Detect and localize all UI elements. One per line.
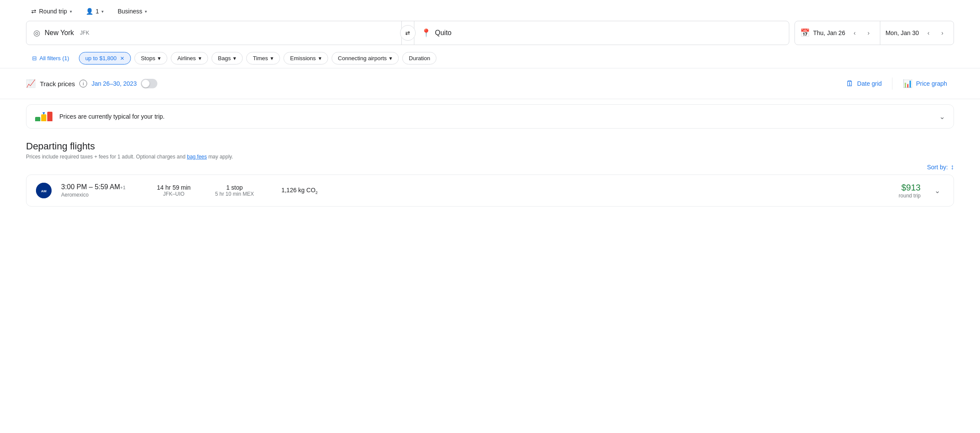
cabin-button[interactable]: Business ▾ — [112, 5, 152, 17]
price-bars: ▼ — [35, 112, 52, 121]
bag-fees-link[interactable]: bag fees — [187, 154, 207, 160]
stops-chevron-icon: ▾ — [158, 55, 161, 61]
origin-field[interactable]: ◎ New York JFK — [26, 21, 402, 45]
return-next-button[interactable]: › — [936, 27, 948, 39]
bags-filter-button[interactable]: Bags ▾ — [212, 52, 243, 65]
depart-next-button[interactable]: › — [863, 27, 875, 39]
airlines-filter-label: Airlines — [177, 55, 196, 61]
destination-field[interactable]: 📍 Quito — [414, 21, 789, 45]
price-type: round trip — [339, 193, 921, 199]
origin-icon: ◎ — [33, 28, 40, 38]
co2-subscript: 2 — [316, 190, 318, 194]
duration-filter-button[interactable]: Duration — [402, 52, 436, 65]
depart-date-field[interactable]: 📅 Thu, Jan 26 ‹ › — [795, 21, 880, 45]
track-prices-icon: 📈 — [26, 79, 36, 88]
origin-code: JFK — [80, 30, 89, 36]
all-filters-label: All filters (1) — [39, 55, 69, 61]
location-inputs: ◎ New York JFK ⇄ 📍 Quito — [26, 21, 789, 45]
bar-mid-wrap: ▼ — [41, 114, 46, 121]
indicator-arrow-icon: ▼ — [42, 111, 46, 116]
cabin-label: Business — [117, 8, 142, 15]
all-filters-button[interactable]: ⊟ All filters (1) — [26, 52, 75, 64]
depart-prev-button[interactable]: ‹ — [849, 27, 861, 39]
flight-card[interactable]: AM 3:00 PM – 5:59 AM+1 Aeromexico 14 hr … — [26, 174, 954, 207]
view-divider — [892, 78, 892, 90]
sort-button[interactable]: Sort by: ↕ — [927, 163, 954, 171]
departing-subtitle: Prices include required taxes + fees for… — [26, 154, 954, 160]
emissions-value: 1,126 kg CO — [281, 187, 316, 194]
stops-text: 1 stop — [208, 184, 260, 191]
airline-logo: AM — [35, 182, 52, 199]
times-filter-label: Times — [253, 55, 268, 61]
price-graph-button[interactable]: 📊 Price graph — [896, 75, 954, 92]
flight-price: $913 round trip — [339, 183, 921, 199]
bar-high — [47, 112, 52, 121]
price-graph-label: Price graph — [916, 80, 947, 87]
time-suffix: +1 — [120, 185, 126, 190]
sort-label: Sort by: — [927, 164, 948, 171]
calendar-icon: 📅 — [800, 28, 810, 38]
destination-city: Quito — [435, 29, 452, 37]
sort-row: Sort by: ↕ — [26, 163, 954, 171]
times-chevron-icon: ▾ — [270, 55, 273, 61]
price-bars-visual: ▼ — [35, 112, 52, 121]
price-amount: $913 — [339, 183, 921, 193]
filters-bar: ⊟ All filters (1) up to $1,800 ✕ Stops ▾… — [0, 48, 980, 68]
price-filter-clear-icon[interactable]: ✕ — [120, 55, 124, 61]
duration-filter-label: Duration — [409, 55, 430, 61]
round-trip-icon: ⇄ — [31, 8, 36, 15]
stop-detail: 5 hr 10 min MEX — [208, 191, 260, 197]
track-prices-date-range: Jan 26–30, 2023 — [91, 80, 137, 87]
times-filter-button[interactable]: Times ▾ — [246, 52, 280, 65]
stops-filter-button[interactable]: Stops ▾ — [134, 52, 167, 65]
flight-duration: 14 hr 59 min JFK–UIO — [148, 184, 200, 197]
aeromexico-logo-image: AM — [36, 183, 52, 198]
price-status-bar[interactable]: ▼ Prices are currently typical for your … — [26, 104, 954, 129]
passengers-button[interactable]: 👤 1 ▾ — [81, 5, 109, 17]
bar-low — [35, 117, 40, 121]
emissions-filter-label: Emissions — [290, 55, 316, 61]
depart-date: Thu, Jan 26 — [813, 29, 845, 36]
date-grid-icon: 🗓 — [846, 79, 854, 88]
flight-expand-button[interactable]: ⌄ — [929, 183, 945, 198]
round-trip-label: Round trip — [39, 8, 67, 15]
track-prices-bar: 📈 Track prices i Jan 26–30, 2023 🗓 Date … — [0, 68, 980, 99]
connecting-airports-chevron-icon: ▾ — [389, 55, 392, 61]
flight-time-range: 3:00 PM – 5:59 AM+1 — [61, 183, 139, 191]
date-inputs: 📅 Thu, Jan 26 ‹ › Mon, Jan 30 ‹ › — [794, 21, 954, 45]
filter-icon: ⊟ — [32, 55, 37, 61]
airlines-filter-button[interactable]: Airlines ▾ — [171, 52, 208, 65]
depart-date-nav: ‹ › — [849, 27, 875, 39]
emissions-filter-button[interactable]: Emissions ▾ — [283, 52, 328, 65]
bags-filter-label: Bags — [218, 55, 231, 61]
airline-name: Aeromexico — [61, 192, 139, 198]
bags-chevron-icon: ▾ — [233, 55, 236, 61]
departing-subtitle-end: may apply. — [208, 154, 233, 160]
connecting-airports-filter-button[interactable]: Connecting airports ▾ — [332, 52, 399, 65]
connecting-airports-label: Connecting airports — [338, 55, 387, 61]
date-grid-label: Date grid — [857, 80, 882, 87]
cabin-chevron: ▾ — [145, 9, 147, 14]
price-graph-icon: 📊 — [903, 79, 912, 88]
aeromexico-svg: AM — [36, 183, 52, 198]
track-prices-info-icon[interactable]: i — [79, 80, 87, 87]
departing-section: Departing flights Prices include require… — [0, 134, 980, 212]
top-bar: ⇄ Round trip ▾ 👤 1 ▾ Business ▾ — [0, 0, 980, 21]
emissions-text: 1,126 kg CO2 — [269, 187, 330, 195]
date-grid-button[interactable]: 🗓 Date grid — [839, 76, 889, 92]
flight-emissions: 1,126 kg CO2 — [269, 187, 330, 195]
airlines-chevron-icon: ▾ — [199, 55, 202, 61]
origin-city: New York — [45, 29, 74, 37]
departing-title: Departing flights — [26, 141, 954, 152]
swap-button[interactable]: ⇄ — [400, 25, 416, 41]
return-date-field[interactable]: Mon, Jan 30 ‹ › — [880, 21, 954, 45]
time-range-text: 3:00 PM – 5:59 AM — [61, 183, 120, 191]
flight-times: 3:00 PM – 5:59 AM+1 Aeromexico — [61, 183, 139, 198]
price-status-expand-icon[interactable]: ⌄ — [939, 113, 945, 121]
return-prev-button[interactable]: ‹ — [922, 27, 934, 39]
track-prices-toggle[interactable] — [141, 79, 157, 88]
destination-icon: 📍 — [421, 28, 431, 38]
round-trip-button[interactable]: ⇄ Round trip ▾ — [26, 5, 77, 17]
price-filter-button[interactable]: up to $1,800 ✕ — [79, 52, 131, 65]
search-bar: ◎ New York JFK ⇄ 📍 Quito 📅 Thu, Jan 26 ‹… — [0, 21, 980, 45]
